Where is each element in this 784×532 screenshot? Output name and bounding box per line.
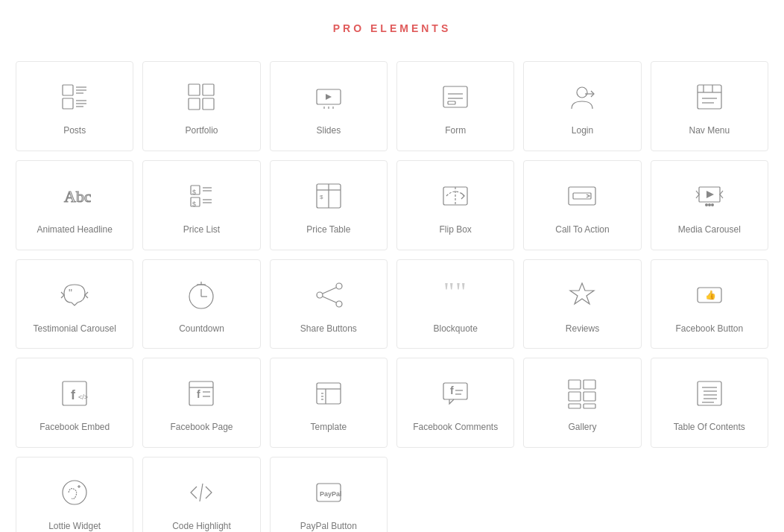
reviews-label: Reviews [566,323,599,335]
card-nav-menu[interactable]: Nav Menu [651,61,768,151]
svg-text:$: $ [192,200,196,208]
media-carousel-label: Media Carousel [678,224,741,236]
svg-point-48 [708,203,711,206]
form-label: Form [445,124,466,137]
svg-marker-46 [706,191,714,198]
svg-text:Abc: Abc [64,187,91,206]
table-of-contents-icon [691,375,728,412]
svg-rect-11 [203,98,214,110]
gallery-icon [563,375,601,412]
card-facebook-embed[interactable]: f</>Facebook Embed [16,358,133,448]
card-media-carousel[interactable]: Media Carousel [651,160,768,250]
facebook-button-icon: 👍 [691,276,728,314]
card-facebook-page[interactable]: fFacebook Page [142,358,260,448]
svg-rect-9 [203,84,214,95]
media-carousel-icon [691,177,728,215]
svg-point-21 [577,87,587,98]
card-slides[interactable]: Slides [270,61,388,151]
nav-menu-icon [691,78,728,115]
svg-text:": " [443,279,455,307]
price-list-label: Price List [183,224,220,236]
svg-rect-90 [698,381,721,405]
svg-point-57 [317,292,323,298]
facebook-page-icon: f [183,375,220,412]
slides-label: Slides [316,124,341,137]
card-share-buttons[interactable]: Share Buttons [270,259,388,349]
price-list-icon: $$ [183,177,220,215]
svg-point-47 [705,203,708,206]
call-to-action-label: Call To Action [555,224,610,236]
svg-rect-23 [698,85,721,109]
gallery-label: Gallery [568,421,596,434]
svg-rect-20 [448,101,455,104]
card-paypal-button[interactable]: PayPalPayPal Button [270,457,388,532]
svg-text:": " [69,287,72,299]
posts-label: Posts [63,124,86,137]
code-highlight-label: Code Highlight [172,520,231,532]
card-facebook-button[interactable]: 👍Facebook Button [651,259,768,349]
countdown-label: Countdown [179,323,224,335]
svg-rect-86 [569,392,581,401]
svg-rect-74 [317,383,341,404]
svg-text:PayPal: PayPal [320,490,342,498]
page-title: PRO ELEMENTS [15,22,769,34]
facebook-button-label: Facebook Button [675,323,743,335]
template-label: Template [310,421,347,434]
svg-point-58 [336,301,342,307]
svg-marker-63 [570,283,594,304]
card-blockquote[interactable]: ""Blockquote [396,259,514,349]
template-icon [310,375,347,412]
svg-point-49 [711,203,714,206]
svg-point-56 [336,283,342,289]
login-label: Login [572,124,593,137]
card-gallery[interactable]: Gallery [523,358,641,448]
card-flip-box[interactable]: Flip Box [396,160,514,250]
table-of-contents-label: Table Of Contents [674,421,745,434]
card-price-list[interactable]: $$Price List [142,160,260,250]
card-testimonial-carousel[interactable]: "Testimonial Carousel [16,259,133,349]
flip-box-label: Flip Box [439,224,471,236]
animated-headline-icon: Abc [56,177,93,215]
blockquote-icon: "" [437,276,474,314]
portfolio-icon [183,78,220,115]
share-buttons-label: Share Buttons [300,323,357,335]
svg-rect-88 [569,404,581,408]
card-portfolio[interactable]: Portfolio [142,61,260,151]
animated-headline-label: Animated Headline [37,224,112,236]
share-buttons-icon [310,276,347,314]
svg-rect-10 [189,98,200,110]
card-lottie-widget[interactable]: Lottie Widget [16,457,133,532]
card-facebook-comments[interactable]: fFacebook Comments [396,358,514,448]
svg-rect-4 [63,98,73,109]
svg-point-96 [63,481,86,504]
card-template[interactable]: Template [270,358,388,448]
lottie-widget-label: Lottie Widget [48,520,101,532]
svg-line-60 [323,297,336,303]
posts-icon [56,78,93,115]
card-call-to-action[interactable]: Call To Action [523,160,641,250]
svg-marker-13 [326,94,332,100]
paypal-button-icon: PayPal [310,474,347,511]
code-highlight-icon [183,474,220,511]
facebook-comments-label: Facebook Comments [413,421,498,434]
card-animated-headline[interactable]: AbcAnimated Headline [16,160,133,250]
svg-rect-87 [584,392,595,401]
price-table-label: Price Table [306,224,350,236]
card-posts[interactable]: Posts [16,61,133,151]
slides-icon [310,78,347,115]
card-code-highlight[interactable]: Code Highlight [142,457,260,532]
card-form[interactable]: Form [396,61,514,151]
lottie-widget-icon [56,474,93,511]
card-table-of-contents[interactable]: Table Of Contents [651,358,768,448]
card-price-table[interactable]: $Price Table [270,160,388,250]
svg-rect-0 [63,85,73,95]
card-countdown[interactable]: Countdown [142,259,260,349]
flip-box-icon [437,177,474,215]
svg-rect-85 [584,380,595,389]
facebook-page-label: Facebook Page [170,421,233,434]
svg-text:f: f [450,384,454,396]
card-reviews[interactable]: Reviews [523,259,641,349]
svg-text:</>: </> [78,393,88,401]
svg-rect-44 [573,193,591,199]
card-login[interactable]: Login [523,61,641,151]
